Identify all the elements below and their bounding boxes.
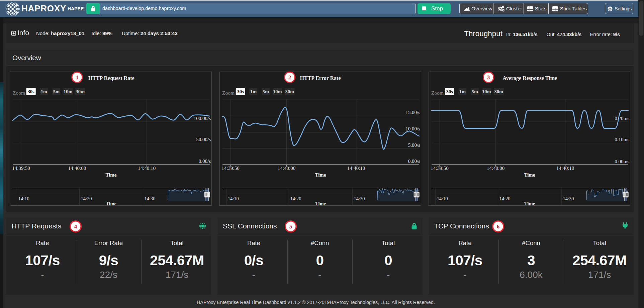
svg-text:Time: Time bbox=[315, 172, 326, 178]
svg-text:Zoom: Zoom bbox=[222, 90, 235, 96]
svg-text:14:40:10: 14:40:10 bbox=[347, 166, 365, 171]
svg-text:Time: Time bbox=[524, 172, 535, 178]
svg-text:15.00/s: 15.00/s bbox=[405, 110, 420, 115]
svg-text:2: 2 bbox=[288, 74, 291, 81]
svg-text:14:30: 14:30 bbox=[354, 196, 365, 201]
svg-text:30s: 30s bbox=[237, 89, 244, 94]
svg-text:5: 5 bbox=[289, 223, 292, 230]
svg-text:4: 4 bbox=[74, 223, 77, 230]
svg-text:14:10: 14:10 bbox=[437, 196, 448, 201]
svg-text:1m: 1m bbox=[459, 89, 466, 94]
svg-text:14:20: 14:20 bbox=[499, 196, 511, 201]
svg-text:30m: 30m bbox=[494, 89, 503, 94]
svg-text:1: 1 bbox=[76, 74, 79, 81]
svg-text:Time: Time bbox=[315, 201, 326, 206]
svg-text:30m: 30m bbox=[285, 89, 294, 94]
svg-text:14:40:00: 14:40:00 bbox=[68, 166, 86, 171]
svg-text:0.20ms: 0.20ms bbox=[615, 116, 629, 121]
svg-text:Time: Time bbox=[105, 172, 116, 178]
svg-text:10m: 10m bbox=[482, 89, 491, 94]
svg-text:14:40:10: 14:40:10 bbox=[556, 166, 574, 171]
svg-text:14:40:00: 14:40:00 bbox=[278, 166, 295, 171]
svg-text:14:39:50: 14:39:50 bbox=[12, 166, 30, 171]
svg-text:Time: Time bbox=[106, 201, 117, 206]
svg-text:14:40:10: 14:40:10 bbox=[138, 166, 156, 171]
svg-text:Zoom: Zoom bbox=[431, 90, 444, 96]
svg-text:1m: 1m bbox=[41, 89, 47, 94]
svg-text:0.10ms: 0.10ms bbox=[615, 137, 629, 142]
svg-text:30s: 30s bbox=[446, 89, 453, 94]
svg-text:30s: 30s bbox=[28, 89, 35, 94]
svg-text:14:20: 14:20 bbox=[290, 196, 301, 201]
svg-text:5m: 5m bbox=[53, 89, 60, 94]
svg-text:30m: 30m bbox=[76, 89, 85, 94]
svg-text:100.00/s: 100.00/s bbox=[194, 116, 211, 121]
svg-text:3: 3 bbox=[487, 74, 490, 81]
svg-text:HTTP Request Rate: HTTP Request Rate bbox=[88, 75, 134, 81]
svg-text:HTTP Error Rate: HTTP Error Rate bbox=[300, 75, 341, 81]
svg-text:14:10: 14:10 bbox=[228, 196, 239, 201]
svg-text:14:30: 14:30 bbox=[145, 196, 156, 201]
svg-text:14:39:50: 14:39:50 bbox=[431, 166, 448, 171]
svg-text:0.00/s: 0.00/s bbox=[408, 159, 420, 164]
svg-text:0.00ms: 0.00ms bbox=[615, 159, 629, 164]
svg-text:Average Response Time: Average Response Time bbox=[502, 75, 557, 81]
svg-text:0.00/s: 0.00/s bbox=[199, 159, 211, 164]
svg-text:6: 6 bbox=[497, 223, 500, 230]
svg-text:14:10: 14:10 bbox=[18, 196, 29, 201]
svg-text:14:40:00: 14:40:00 bbox=[487, 166, 504, 171]
svg-text:10m: 10m bbox=[273, 89, 282, 94]
svg-text:10.00/s: 10.00/s bbox=[405, 126, 420, 131]
svg-text:14:20: 14:20 bbox=[81, 196, 92, 201]
svg-text:14:39:50: 14:39:50 bbox=[221, 166, 239, 171]
svg-text:14:30: 14:30 bbox=[563, 196, 574, 201]
svg-text:5m: 5m bbox=[472, 89, 478, 94]
svg-text:5.00/s: 5.00/s bbox=[408, 142, 420, 148]
svg-text:Time: Time bbox=[524, 201, 535, 206]
svg-text:50.00/s: 50.00/s bbox=[196, 137, 211, 142]
svg-text:Zoom: Zoom bbox=[13, 90, 25, 96]
svg-text:10m: 10m bbox=[64, 89, 73, 94]
svg-text:1m: 1m bbox=[250, 89, 257, 94]
svg-text:5m: 5m bbox=[263, 89, 269, 94]
